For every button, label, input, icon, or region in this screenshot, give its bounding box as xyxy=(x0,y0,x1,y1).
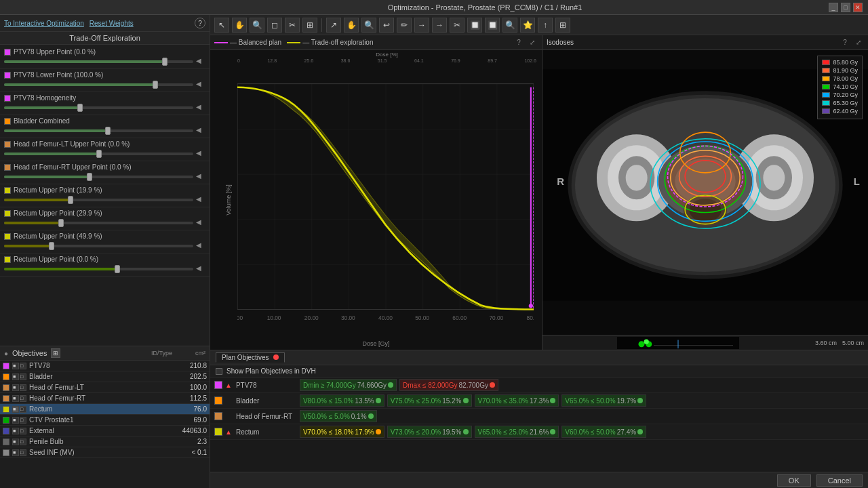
struct-vis-ptv78[interactable]: ■ □ xyxy=(12,363,26,369)
struct-vis-femur-lt[interactable]: ■ □ xyxy=(12,384,26,391)
objective-rectum3: Rectum Upper Point (49.9 %) ◀ xyxy=(0,230,210,253)
mute-btn-rectum4[interactable]: ◀ xyxy=(196,264,205,274)
struct-row-bladder[interactable]: ■ □ Bladder 202.5 xyxy=(0,371,210,382)
interactive-optimization-btn[interactable]: To Interactive Optimization xyxy=(4,20,84,27)
tool-box2[interactable]: 🔲 xyxy=(485,18,500,33)
iso-color-81 xyxy=(822,68,830,73)
iso-label-78: 78.00 Gy xyxy=(833,75,858,82)
show-dvh-checkbox[interactable] xyxy=(216,368,222,375)
slider-femur-lt[interactable] xyxy=(4,152,193,155)
objective-ptv78-lower: PTV78 Lower Point (100.0 %) ◀ xyxy=(0,69,210,92)
mute-btn-ptv78-upper[interactable]: ◀ xyxy=(196,57,205,66)
struct-vis-penile-bulb[interactable]: ■ □ xyxy=(12,439,26,445)
tool-arrow4[interactable]: → xyxy=(432,18,447,33)
struct-row-femur-rt[interactable]: ■ □ Head of Femur-RT 112.5 xyxy=(0,393,210,404)
mute-btn-femur-rt[interactable]: ◀ xyxy=(196,172,205,182)
help-btn[interactable]: ? xyxy=(195,18,205,28)
struct-vis-ctv-prostate[interactable]: ■ □ xyxy=(12,417,26,424)
tool-zoom3[interactable]: 🔍 xyxy=(502,18,517,33)
svg-text:50.00: 50.00 xyxy=(415,314,429,321)
ct-expand-btn[interactable]: ⤢ xyxy=(853,37,864,48)
show-dvh-row: Show Plan Objectives in DVH xyxy=(210,365,868,378)
struct-row-penile-bulb[interactable]: ■ □ Penile Bulb 2.3 xyxy=(0,436,210,447)
mute-btn-ptv78-homog[interactable]: ◀ xyxy=(196,103,205,113)
struct-row-ptv78[interactable]: ■ □ PTV78 210.8 xyxy=(0,361,210,371)
svg-point-49 xyxy=(638,341,644,347)
struct-vis-external[interactable]: ■ □ xyxy=(12,428,26,434)
slider-femur-rt[interactable] xyxy=(4,176,193,178)
tool-box1[interactable]: 🔲 xyxy=(467,18,482,33)
tool-rotate[interactable]: ↩ xyxy=(379,18,394,33)
mute-btn-rectum1[interactable]: ◀ xyxy=(196,195,205,205)
mute-btn-ptv78-lower[interactable]: ◀ xyxy=(196,80,205,89)
ok-button[interactable]: OK xyxy=(777,474,811,487)
tool-grid[interactable]: ⊞ xyxy=(302,18,317,33)
struct-row-seed-inf[interactable]: ■ □ Seed INF (MV) < 0.1 xyxy=(0,447,210,458)
struct-color-seed-inf xyxy=(3,449,9,456)
title-bar: Optimization - Prostate, Prostate (PR_CC… xyxy=(0,0,868,15)
dvh-svg: 100 80.0 60.0 40.0 20.0 0 0.00 10.00 20.… xyxy=(237,64,534,329)
slider-rectum4[interactable] xyxy=(4,268,193,270)
tool-arrow2[interactable]: ↗ xyxy=(326,18,341,33)
struct-row-external[interactable]: ■ □ External 44063.0 xyxy=(0,426,210,436)
slider-ptv78-lower[interactable] xyxy=(4,83,193,86)
struct-vis-bladder[interactable]: ■ □ xyxy=(12,373,26,380)
window-controls[interactable]: _ □ ✕ xyxy=(829,3,863,12)
struct-row-ctv-prostate[interactable]: ■ □ CTV Prostate1 69.0 xyxy=(0,415,210,426)
slider-ptv78-upper[interactable] xyxy=(4,60,193,63)
slider-rectum1[interactable] xyxy=(4,199,193,201)
objectives-label: Objectives xyxy=(12,349,47,357)
tool-zoom[interactable]: 🔍 xyxy=(250,18,264,33)
slider-rectum2[interactable] xyxy=(4,222,193,224)
slider-bladder[interactable] xyxy=(4,129,193,132)
close-btn[interactable]: ✕ xyxy=(853,3,863,12)
tool-zoom2[interactable]: 🔍 xyxy=(361,18,376,33)
tool-fullscreen[interactable]: ⊞ xyxy=(555,18,570,33)
struct-table: ■ □ PTV78 210.8 ■ □ Bladder 202.5 xyxy=(0,361,210,488)
dvh-expand-btn[interactable]: ⤢ xyxy=(527,37,538,48)
po-ind-bladder-v80 xyxy=(376,398,381,403)
maximize-btn[interactable]: □ xyxy=(841,3,850,12)
mute-btn-rectum3[interactable]: ◀ xyxy=(196,241,205,251)
tool-rect-select[interactable]: ◻ xyxy=(267,18,282,33)
struct-row-femur-lt[interactable]: ■ □ Head of Femur-LT 100.0 xyxy=(0,382,210,393)
tool-hand2[interactable]: ✋ xyxy=(344,18,359,33)
struct-vis-rectum[interactable]: ■ □ xyxy=(12,406,26,413)
iso-label-85: 85.80 Gy xyxy=(833,59,858,66)
slider-rectum3[interactable] xyxy=(4,245,193,247)
mute-btn-bladder[interactable]: ◀ xyxy=(196,126,205,136)
iso-color-62 xyxy=(822,108,830,114)
tool-up[interactable]: ↑ xyxy=(538,18,553,33)
struct-row-rectum[interactable]: ■ □ Rectum 76.0 xyxy=(0,404,210,415)
struct-color-femur-lt xyxy=(3,384,9,391)
struct-name-ctv-prostate: CTV Prostate1 xyxy=(29,416,177,424)
dvh-help-btn[interactable]: ? xyxy=(513,37,524,48)
reset-weights-btn[interactable]: Reset Weights xyxy=(90,20,134,27)
tool-arrow3[interactable]: → xyxy=(414,18,429,33)
struct-value-ctv-prostate: 69.0 xyxy=(180,416,207,424)
svg-point-51 xyxy=(644,339,649,344)
tool-star[interactable]: ⭐ xyxy=(520,18,535,33)
obj-name-ptv78-upper: PTV78 Upper Point (0.0 %) xyxy=(14,48,96,56)
ct-help-btn[interactable]: ? xyxy=(840,37,850,48)
tool-cut[interactable]: ✂ xyxy=(285,18,300,33)
dvh-top-btns: ? ⤢ xyxy=(513,37,538,48)
tool-hand[interactable]: ✋ xyxy=(232,18,247,33)
tool-pencil[interactable]: ✏ xyxy=(397,18,412,33)
tool-cut2[interactable]: ✂ xyxy=(450,18,465,33)
iso-label-62: 62.40 Gy xyxy=(833,108,858,115)
slider-ptv78-homog[interactable] xyxy=(4,106,193,109)
mute-btn-rectum2[interactable]: ◀ xyxy=(196,218,205,228)
obj-color-rectum3 xyxy=(4,233,11,240)
iso-color-65 xyxy=(822,100,830,106)
mute-btn-femur-lt[interactable]: ◀ xyxy=(196,149,205,159)
minimize-btn[interactable]: _ xyxy=(829,3,838,12)
struct-name-bladder: Bladder xyxy=(29,373,177,380)
table-icon[interactable]: ⊞ xyxy=(51,348,60,358)
struct-vis-seed-inf[interactable]: ■ □ xyxy=(12,449,26,456)
struct-vis-femur-rt[interactable]: ■ □ xyxy=(12,395,26,402)
cancel-button[interactable]: Cancel xyxy=(816,474,863,487)
plan-obj-tab[interactable]: Plan Objectives xyxy=(216,352,285,363)
tool-arrow[interactable]: ↖ xyxy=(214,18,229,33)
po-cell-rectum-v73: V73.0% ≤ 20.0% 19.5% xyxy=(387,426,472,438)
